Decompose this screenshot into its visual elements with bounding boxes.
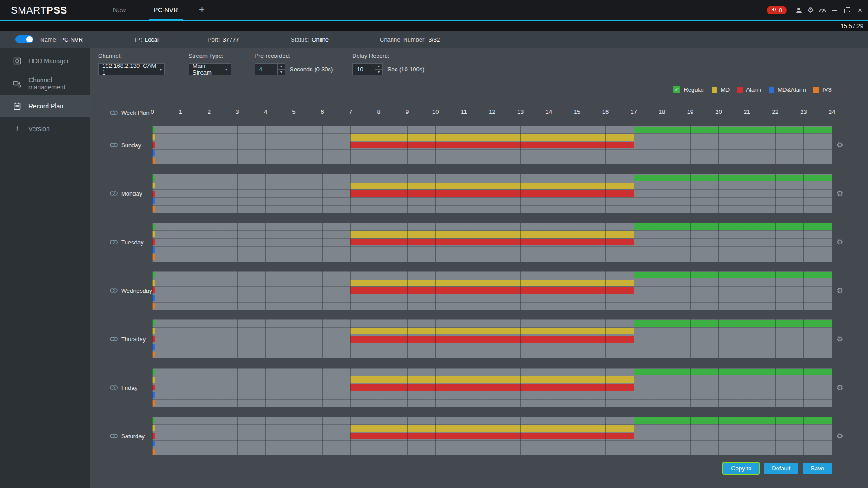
- legend-label: Regular: [684, 86, 704, 93]
- lane-marker-md-alarm: [152, 344, 155, 350]
- ruler-hour-0: 0: [151, 108, 154, 115]
- spin-up-icon[interactable]: ▴: [278, 64, 285, 69]
- restore-button[interactable]: [841, 0, 854, 20]
- lane-marker-md: [152, 183, 155, 188]
- ruler-hour-6: 6: [321, 108, 324, 115]
- lane-marker-alarm: [152, 385, 155, 390]
- ruler-hour-21: 21: [744, 108, 750, 115]
- link-icon[interactable]: [110, 143, 118, 148]
- lane-marker-regular: [152, 369, 155, 375]
- lane-marker-md-alarm: [152, 392, 155, 398]
- timeline-thursday[interactable]: [152, 319, 832, 358]
- minimize-button[interactable]: [828, 0, 841, 20]
- legend-label: MD: [721, 86, 730, 93]
- timeline-wednesday[interactable]: [152, 271, 832, 310]
- ruler-hour-9: 9: [406, 108, 409, 115]
- day-settings-gear-icon[interactable]: ⚙: [836, 334, 843, 344]
- spin-up-icon[interactable]: ▴: [375, 64, 382, 69]
- lane-marker-md-alarm: [152, 198, 155, 204]
- legend-item-regular: ✓Regular: [673, 86, 704, 93]
- ruler-hour-1: 1: [179, 108, 182, 115]
- restore-icon: [844, 7, 850, 13]
- chevron-down-icon: ▾: [225, 67, 227, 72]
- day-settings-gear-icon[interactable]: ⚙: [836, 237, 843, 247]
- device-field-ip: IP:Local: [135, 36, 159, 43]
- day-settings-gear-icon[interactable]: ⚙: [836, 383, 843, 392]
- default-button[interactable]: Default: [764, 463, 798, 474]
- channel-label: Channel:: [98, 52, 165, 59]
- spin-down-icon[interactable]: ▾: [375, 69, 382, 75]
- lane-marker-md: [152, 231, 155, 237]
- legend-item-md: MD: [712, 86, 730, 93]
- info-icon: i: [13, 124, 22, 133]
- day-settings-gear-icon[interactable]: ⚙: [836, 286, 843, 295]
- lane-marker-ivs: [152, 206, 155, 212]
- close-button[interactable]: ×: [854, 0, 866, 20]
- segment-regular: [634, 320, 832, 327]
- day-settings-gear-icon[interactable]: ⚙: [836, 189, 843, 198]
- segment-alarm: [350, 239, 633, 245]
- sidebar-item-channel-management[interactable]: Channel management: [0, 72, 90, 95]
- copy-to-button[interactable]: Copy to: [723, 463, 759, 474]
- delay-record-input[interactable]: 10 ▴ ▾: [352, 63, 383, 75]
- speaker-icon: [771, 7, 777, 14]
- device-info-bar: Name:PC-NVRIP:LocalPort:37777Status:Onli…: [0, 31, 868, 48]
- timeline-tuesday[interactable]: [152, 223, 832, 262]
- link-icon[interactable]: [110, 110, 118, 115]
- link-icon[interactable]: [110, 239, 118, 244]
- day-row-monday: Monday⚙: [90, 174, 868, 213]
- link-icon[interactable]: [110, 337, 118, 342]
- ruler-hour-5: 5: [292, 108, 296, 115]
- gear-icon[interactable]: ⚙: [805, 0, 816, 20]
- notification-count: 0: [779, 7, 782, 14]
- spin-down-icon[interactable]: ▾: [278, 69, 285, 75]
- lane-marker-md-alarm: [152, 441, 155, 446]
- day-label-wednesday: Wednesday: [110, 287, 152, 294]
- day-row-sunday: Sunday⚙: [90, 126, 868, 164]
- device-field-port: Port:37777: [208, 36, 239, 43]
- timeline-friday[interactable]: [152, 368, 832, 407]
- day-name: Thursday: [121, 336, 146, 343]
- sidebar-item-hdd-manager[interactable]: HDD Manager: [0, 50, 90, 72]
- tab-new[interactable]: New: [108, 0, 130, 20]
- sidebar-item-version[interactable]: iVersion: [0, 117, 90, 140]
- lane-marker-ivs: [152, 158, 155, 164]
- channel-select[interactable]: 192.168.2.139_CAM 1 ▾: [98, 63, 165, 75]
- device-enable-toggle[interactable]: [15, 35, 33, 43]
- field-label: Channel Number:: [380, 36, 426, 43]
- day-name: Sunday: [121, 142, 141, 149]
- timeline-sunday[interactable]: [152, 126, 832, 164]
- segment-regular: [634, 175, 832, 182]
- stream-type-select[interactable]: Main Stream ▾: [189, 63, 231, 75]
- link-icon[interactable]: [110, 288, 118, 293]
- day-label-sunday: Sunday: [110, 142, 141, 149]
- day-settings-gear-icon[interactable]: ⚙: [836, 141, 843, 150]
- lane-marker-ivs: [152, 254, 155, 260]
- lane-marker-md: [152, 134, 155, 140]
- save-button[interactable]: Save: [803, 463, 832, 474]
- user-icon[interactable]: [793, 0, 805, 20]
- new-tab-button[interactable]: +: [195, 0, 208, 20]
- link-icon[interactable]: [110, 191, 118, 196]
- timeline-monday[interactable]: [152, 174, 832, 213]
- link-icon[interactable]: [110, 433, 118, 438]
- sidebar-item-label: Channel management: [28, 76, 90, 91]
- sidebar-item-record-plan[interactable]: Record Plan: [0, 95, 90, 117]
- day-label-friday: Friday: [110, 384, 137, 391]
- link-icon[interactable]: [110, 385, 118, 390]
- channel-icon: [13, 79, 22, 88]
- day-label-saturday: Saturday: [110, 432, 145, 439]
- performance-icon[interactable]: [816, 0, 828, 20]
- segment-alarm: [350, 190, 633, 197]
- notification-badge[interactable]: 0: [767, 6, 787, 14]
- title-bar: SMARTPSS NewPC-NVR + 0 ⚙ ×: [0, 0, 868, 20]
- timeline-saturday[interactable]: [152, 417, 832, 455]
- lane-marker-regular: [152, 418, 155, 423]
- day-row-friday: Friday⚙: [90, 368, 868, 407]
- ruler-hour-14: 14: [546, 108, 552, 115]
- tab-pc-nvr[interactable]: PC-NVR: [149, 0, 183, 20]
- pre-recorded-input[interactable]: 4 ▴ ▾: [255, 63, 285, 75]
- field-value: PC-NVR: [60, 36, 83, 43]
- day-settings-gear-icon[interactable]: ⚙: [836, 431, 843, 441]
- regular-checkbox[interactable]: ✓: [673, 86, 680, 93]
